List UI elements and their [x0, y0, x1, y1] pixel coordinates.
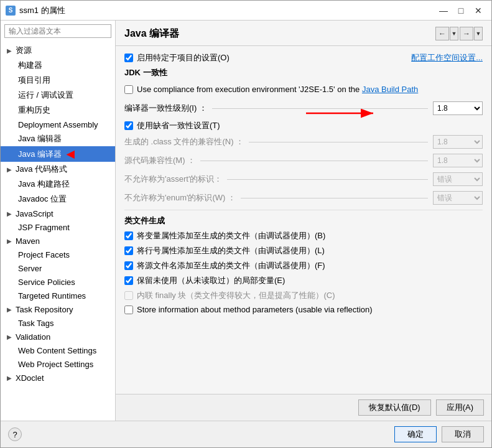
expand-arrow-icon: ▶: [7, 334, 13, 340]
nav-item-task-tags[interactable]: Task Tags: [1, 316, 115, 330]
generated-class-select[interactable]: 1.8: [433, 135, 483, 149]
filter-input[interactable]: [4, 24, 111, 38]
classfile-checkbox-label-2: 将源文件名添加至生成的类文件（由调试器使用）(F): [137, 260, 325, 271]
classfile-checkbox-row-5: Store information about method parameter…: [124, 305, 483, 314]
classfile-checkbox-4[interactable]: [124, 291, 133, 300]
nav-item-service-policies[interactable]: Service Policies: [1, 275, 115, 289]
nav-back-dropdown[interactable]: ▼: [450, 27, 458, 40]
nav-item-project-refs[interactable]: 项目引用: [1, 73, 115, 88]
enable-project-settings-row: 启用特定于项目的设置(O) 配置工作空间设置...: [124, 52, 483, 63]
nav-arrows: ← ▼ → ▼: [435, 27, 483, 40]
main-window: S ssm1 的属性 — □ ✕ ▶资源构建器项目引用运行 / 调试设置重构历史…: [0, 0, 492, 448]
generated-class-row: 生成的 .class 文件的兼容性(N) ： 1.8: [124, 135, 483, 149]
nav-item-java-build-path[interactable]: Java 构建路径: [1, 177, 115, 192]
assert-select[interactable]: 错误: [433, 172, 483, 186]
nav-item-label: Project Facets: [18, 250, 70, 259]
nav-item-xdoclet[interactable]: ▶XDoclet: [1, 371, 115, 385]
minimize-button[interactable]: —: [435, 4, 452, 17]
compiler-compliance-select[interactable]: 1.8 1.7 1.6 1.5: [433, 101, 483, 115]
classfile-checkbox-row-2: 将源文件名添加至生成的类文件（由调试器使用）(F): [124, 260, 483, 271]
apply-button[interactable]: 应用(A): [436, 399, 484, 416]
use-compliance-row: Use compliance from execution environmen…: [124, 85, 483, 94]
nav-item-project-facets[interactable]: Project Facets: [1, 248, 115, 261]
nav-item-label: Targeted Runtimes: [18, 291, 86, 301]
nav-item-builder[interactable]: 构建器: [1, 58, 115, 73]
classfile-checkbox-label-1: 将行号属性添加至生成的类文件（由调试器使用）(L): [137, 245, 325, 256]
nav-item-task-repository[interactable]: ▶Task Repository: [1, 302, 115, 316]
cancel-button[interactable]: 取消: [442, 426, 484, 442]
nav-item-jsp-fragment[interactable]: JSP Fragment: [1, 220, 115, 234]
nav-item-java-editor[interactable]: Java 编辑器: [1, 131, 115, 146]
nav-item-targeted-runtimes[interactable]: Targeted Runtimes: [1, 289, 115, 302]
generated-class-line: [249, 142, 428, 142]
enable-project-settings-checkbox[interactable]: [124, 54, 133, 62]
nav-item-label: 运行 / 调试设置: [18, 90, 73, 101]
classfile-checkbox-5[interactable]: [124, 306, 133, 314]
java-build-path-link[interactable]: Java Build Path: [362, 85, 418, 94]
classfile-checkbox-0[interactable]: [124, 231, 133, 240]
red-arrow-indicator: ◀: [67, 148, 74, 160]
nav-item-label: Validation: [16, 332, 50, 342]
maximize-button[interactable]: □: [453, 4, 469, 17]
nav-item-maven[interactable]: ▶Maven: [1, 234, 115, 248]
nav-item-web-content-settings[interactable]: Web Content Settings: [1, 343, 115, 357]
nav-item-refactor-history[interactable]: 重构历史: [1, 103, 115, 118]
jdk-section: JDK 一致性 Use compliance from execution en…: [124, 67, 483, 94]
nav-forward-button[interactable]: →: [460, 27, 473, 40]
nav-item-label: Server: [18, 264, 42, 273]
classfile-checkbox-label-0: 将变量属性添加至生成的类文件（由调试器使用）(B): [137, 230, 325, 241]
nav-item-web-project-settings[interactable]: Web Project Settings: [1, 357, 115, 371]
assert-label: 不允许称为'assert'的标识：: [124, 174, 222, 185]
classfile-checkbox-label-4: 内联 finally 块（类文件变得较大，但是提高了性能）(C): [137, 290, 335, 301]
enum-select[interactable]: 错误: [433, 191, 483, 205]
nav-item-label: Deployment Assembly: [18, 120, 98, 129]
window-title: ssm1 的属性: [19, 5, 65, 16]
compiler-compliance-label: 编译器一致性级别(I) ：: [124, 103, 207, 114]
expand-arrow-icon: ▶: [7, 306, 13, 313]
nav-forward-dropdown[interactable]: ▼: [474, 27, 483, 40]
left-panel: ▶资源构建器项目引用运行 / 调试设置重构历史Deployment Assemb…: [1, 21, 116, 421]
nav-item-label: Task Repository: [16, 305, 73, 314]
enum-row: 不允许称为'enum'的标识(W) ： 错误: [124, 191, 483, 205]
nav-item-validation[interactable]: ▶Validation: [1, 330, 115, 343]
confirm-button[interactable]: 确定: [394, 426, 437, 442]
nav-item-label: Web Content Settings: [18, 346, 96, 355]
help-button[interactable]: ?: [8, 427, 22, 441]
right-header-top: Java 编译器 ← ▼ → ▼: [124, 27, 483, 40]
classfile-checkbox-1[interactable]: [124, 246, 133, 255]
right-body: 启用特定于项目的设置(O) 配置工作空间设置... JDK 一致性 Use co…: [116, 46, 491, 394]
nav-item-label: 重构历史: [18, 105, 50, 116]
nav-item-resources[interactable]: ▶资源: [1, 43, 115, 58]
jdk-section-title: JDK 一致性: [124, 67, 483, 80]
nav-item-deployment-assembly[interactable]: Deployment Assembly: [1, 118, 115, 131]
nav-item-run-debug[interactable]: 运行 / 调试设置: [1, 88, 115, 103]
title-bar-controls: — □ ✕: [435, 4, 486, 17]
nav-back-button[interactable]: ←: [435, 27, 449, 40]
nav-item-javascript[interactable]: ▶JavaScript: [1, 207, 115, 220]
classfile-checkbox-row-3: 保留未使用（从未读取过）的局部变量(E): [124, 275, 483, 286]
classfile-checkbox-3[interactable]: [124, 276, 133, 285]
nav-item-label: Web Project Settings: [18, 360, 93, 369]
right-header: Java 编译器 ← ▼ → ▼: [116, 21, 491, 46]
nav-item-label: Java 编辑器: [18, 133, 62, 144]
nav-item-java-code-style[interactable]: ▶Java 代码格式: [1, 162, 115, 177]
source-compat-select[interactable]: 1.8: [433, 154, 483, 167]
restore-defaults-button[interactable]: 恢复默认值(D): [358, 399, 431, 416]
red-arrow-line: [212, 108, 428, 109]
close-button[interactable]: ✕: [470, 4, 486, 17]
nav-item-server[interactable]: Server: [1, 261, 115, 275]
footer-bar: ? 确定 取消: [1, 421, 491, 447]
nav-item-javadoc[interactable]: Javadoc 位置: [1, 192, 115, 207]
enum-label: 不允许称为'enum'的标识(W) ：: [124, 192, 236, 203]
source-compat-row: 源代码兼容性(M) ： 1.8: [124, 154, 483, 167]
classfile-checkbox-row-4: 内联 finally 块（类文件变得较大，但是提高了性能）(C): [124, 290, 483, 301]
workspace-settings-link[interactable]: 配置工作空间设置...: [411, 52, 483, 63]
classfile-checkbox-row-0: 将变量属性添加至生成的类文件（由调试器使用）(B): [124, 230, 483, 241]
divider: [124, 210, 483, 210]
classfile-checkbox-2[interactable]: [124, 261, 133, 270]
classfile-checkboxes-container: 将变量属性添加至生成的类文件（由调试器使用）(B)将行号属性添加至生成的类文件（…: [124, 230, 483, 314]
nav-item-java-compiler[interactable]: Java 编译器◀: [1, 146, 115, 162]
use-compliance-checkbox[interactable]: [124, 85, 133, 94]
nav-list: ▶资源构建器项目引用运行 / 调试设置重构历史Deployment Assemb…: [1, 42, 115, 421]
use-default-compliance-checkbox[interactable]: [124, 121, 133, 130]
